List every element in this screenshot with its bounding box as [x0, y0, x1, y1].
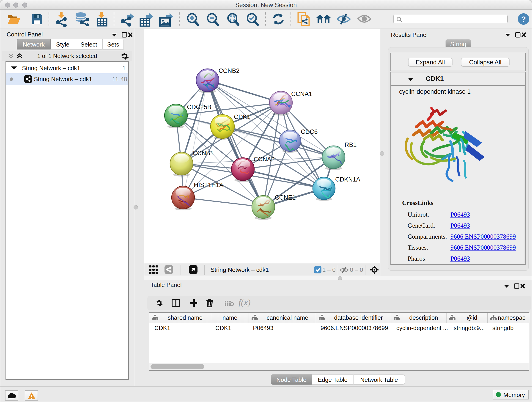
svg-text:CCNB1: CCNB1: [193, 150, 214, 157]
svg-text:HIST1H1A: HIST1H1A: [194, 182, 223, 188]
svg-text:CCNB2: CCNB2: [219, 67, 240, 74]
svg-text:CCNA1: CCNA1: [291, 90, 312, 97]
svg-text:CDC6: CDC6: [301, 128, 318, 135]
svg-text:CCNA2: CCNA2: [254, 156, 275, 163]
svg-text:CDKN1A: CDKN1A: [335, 176, 360, 183]
svg-text:CDC25B: CDC25B: [187, 104, 211, 110]
svg-text:CCNE1: CCNE1: [275, 194, 296, 201]
svg-text:RB1: RB1: [345, 141, 357, 148]
svg-text:CDK1: CDK1: [234, 114, 250, 120]
